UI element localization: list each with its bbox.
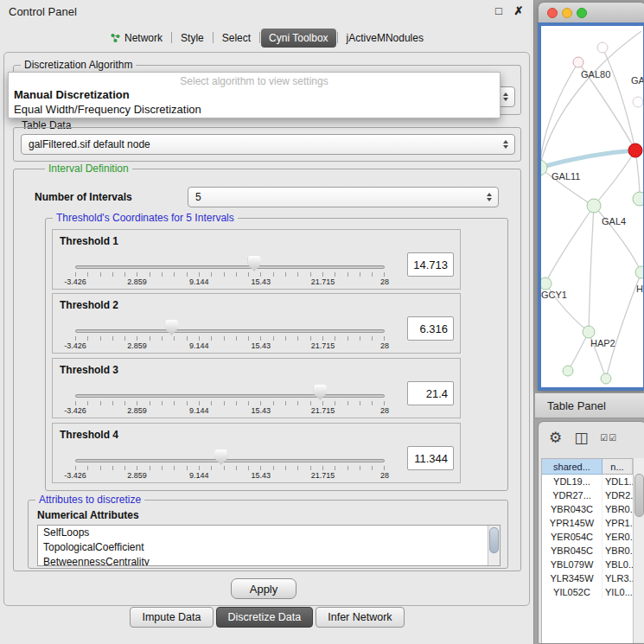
slider-track[interactable]: [75, 265, 385, 269]
list-scrollbar[interactable]: [488, 526, 500, 565]
table-cell[interactable]: YBL0...: [603, 558, 633, 571]
network-node[interactable]: [597, 42, 608, 53]
table-row[interactable]: YIL052CYIL0...: [542, 585, 633, 599]
network-node[interactable]: [563, 366, 573, 376]
number-of-intervals-combo[interactable]: 5: [188, 187, 499, 207]
columns-icon[interactable]: ◫: [574, 429, 588, 447]
slider-thumb[interactable]: [314, 385, 327, 400]
table-row[interactable]: YDL19...YDL1...: [542, 475, 633, 488]
popup-item-equal-width-frequency[interactable]: Equal Width/Frequency Discretization: [9, 102, 500, 117]
threshold-4-slider[interactable]: -3.4262.8599.14415.4321.71528: [75, 448, 385, 482]
tick-labels: -3.4262.8599.14415.4321.71528: [75, 277, 385, 288]
table-row[interactable]: YBR043CYBR0...: [542, 502, 633, 516]
minimize-traffic-light-icon[interactable]: [562, 8, 572, 18]
network-node[interactable]: [583, 326, 595, 338]
threshold-2-slider[interactable]: -3.4262.8599.14415.4321.71528: [75, 318, 385, 353]
close-window-icon[interactable]: ✗: [513, 4, 525, 17]
threshold-3-value-field[interactable]: [407, 381, 454, 405]
table-cell[interactable]: YIL0...: [603, 585, 633, 599]
table-cell[interactable]: YLR3...: [603, 571, 633, 585]
network-node[interactable]: [628, 143, 642, 157]
table-scrollbar-thumb[interactable]: [634, 474, 644, 517]
slider-track[interactable]: [75, 329, 385, 333]
table-cell[interactable]: YDR2...: [603, 488, 633, 502]
network-node[interactable]: [587, 199, 601, 213]
network-node[interactable]: [541, 277, 552, 290]
tab-cyni-toolbox[interactable]: Cyni Toolbox: [261, 29, 335, 48]
gear-icon[interactable]: ⚙: [549, 429, 562, 447]
apply-button[interactable]: Apply: [231, 578, 296, 599]
table-cell[interactable]: YBL079W: [542, 558, 603, 571]
tick-label: 15.43: [252, 471, 271, 480]
table-header-row: shared...n...: [542, 459, 633, 475]
tick-label: 9.144: [189, 277, 209, 286]
tab-divider: [213, 32, 214, 43]
group-title: Attributes to discretize: [35, 494, 144, 507]
network-node[interactable]: [635, 266, 643, 278]
table-cell[interactable]: YBR045C: [542, 544, 603, 558]
tab-style[interactable]: Style: [173, 29, 212, 48]
network-node[interactable]: [633, 192, 643, 206]
table-row[interactable]: YDR27...YDR2...: [542, 488, 633, 502]
tab-label: jActiveMNodules: [347, 32, 424, 44]
slider-thumb[interactable]: [165, 320, 178, 335]
tab-network[interactable]: Network: [102, 29, 170, 48]
tick-label: 21.715: [311, 406, 335, 415]
slider-ticks: [75, 401, 385, 405]
threshold-1-value-field[interactable]: [407, 252, 454, 277]
tick-labels: -3.4262.8599.14415.4321.71528: [75, 406, 385, 417]
close-traffic-light-icon[interactable]: [547, 8, 558, 18]
table-cell[interactable]: YER054C: [542, 530, 603, 544]
table-row[interactable]: YBL079WYBL0...: [542, 558, 633, 571]
network-window-titlebar[interactable]: [538, 2, 644, 22]
column-header[interactable]: n...: [603, 459, 633, 475]
list-scrollbar-thumb[interactable]: [489, 527, 499, 553]
table-cell[interactable]: YBR0...: [603, 544, 633, 558]
table-cell[interactable]: YDL1...: [603, 475, 633, 488]
threshold-1-slider[interactable]: -3.4262.8599.14415.4321.71528: [75, 254, 385, 289]
tick-label: 9.144: [189, 406, 209, 415]
tab-jactivemnodules[interactable]: jActiveMNodules: [339, 29, 431, 48]
table-cell[interactable]: YDL19...: [542, 475, 603, 488]
attribute-list-item[interactable]: SelfLoops: [38, 526, 488, 540]
table-row[interactable]: YPR145WYPR1...: [542, 516, 633, 530]
tab-impute-data[interactable]: Impute Data: [130, 607, 213, 628]
select-columns-icon[interactable]: ☑☑: [600, 433, 617, 443]
slider-track[interactable]: [75, 459, 385, 462]
table-cell[interactable]: YBR0...: [603, 502, 633, 516]
control-panel-titlebar[interactable]: Control Panel □ ✗: [0, 0, 533, 24]
network-canvas[interactable]: GAL80GAGAL11GAL4GCY1HHAP2: [538, 22, 644, 391]
table-scrollbar[interactable]: [633, 458, 644, 642]
zoom-traffic-light-icon[interactable]: [577, 8, 587, 18]
slider-thumb[interactable]: [214, 450, 227, 465]
tab-discretize-data[interactable]: Discretize Data: [216, 607, 314, 628]
network-node[interactable]: [633, 97, 643, 107]
attribute-list-item[interactable]: TopologicalCoefficient: [38, 540, 488, 555]
slider-track[interactable]: [75, 394, 385, 398]
column-header[interactable]: shared...: [542, 459, 603, 475]
table-data-combo[interactable]: galFiltered.sif default node: [21, 134, 515, 155]
attribute-list-item[interactable]: BetweennessCentrality: [38, 555, 488, 565]
table-cell[interactable]: YER0...: [603, 530, 633, 544]
table-cell[interactable]: YPR145W: [542, 516, 603, 530]
table-row[interactable]: YLR345WYLR3...: [542, 571, 633, 585]
tab-infer-network[interactable]: Infer Network: [316, 607, 404, 628]
table-row[interactable]: YER054CYER0...: [542, 530, 633, 544]
table-cell[interactable]: YBR043C: [542, 502, 603, 516]
table-cell[interactable]: YDR27...: [542, 488, 603, 502]
table-cell[interactable]: YPR1...: [603, 516, 633, 530]
tab-select[interactable]: Select: [214, 29, 258, 48]
combo-value: 5: [188, 191, 483, 203]
slider-thumb[interactable]: [248, 256, 261, 271]
threshold-4-value-field[interactable]: [407, 446, 454, 470]
network-node[interactable]: [601, 373, 611, 384]
float-window-icon[interactable]: □: [493, 4, 505, 17]
table-cell[interactable]: YLR345W: [542, 571, 603, 585]
table-cell[interactable]: YIL052C: [542, 585, 603, 599]
table-row[interactable]: YBR045CYBR0...: [542, 544, 633, 558]
network-node[interactable]: [573, 57, 583, 67]
desktop: Control Panel □ ✗ Network Style: [0, 0, 644, 644]
threshold-3-slider[interactable]: -3.4262.8599.14415.4321.71528: [75, 383, 385, 418]
threshold-2-value-field[interactable]: [407, 316, 454, 341]
popup-item-manual-discretization[interactable]: Manual Discretization: [9, 87, 500, 102]
